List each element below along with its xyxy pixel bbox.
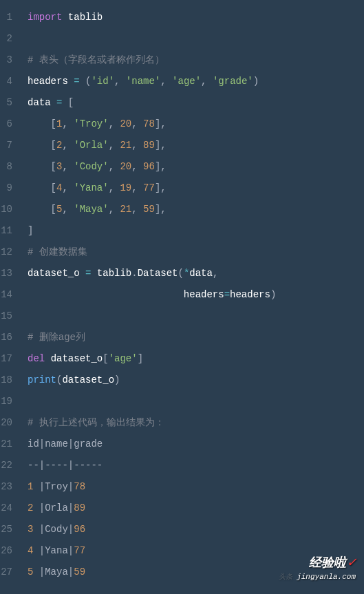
space: [33, 524, 39, 535]
bracket: ]: [28, 225, 33, 236]
line-number: 19: [0, 391, 17, 412]
comma: ,: [62, 118, 67, 129]
pipe: |: [39, 481, 45, 492]
comma: ,: [213, 268, 218, 279]
comma: ,: [131, 161, 137, 172]
comma: ,: [62, 182, 67, 193]
comma: ,: [131, 204, 137, 215]
code-line[interactable]: # 表头（字段名或者称作列名）: [28, 50, 364, 71]
pipe: |: [39, 524, 45, 535]
line-number: 2: [0, 28, 17, 50]
comma: ,: [109, 118, 114, 129]
code-line[interactable]: [28, 306, 364, 327]
number: 96: [143, 161, 155, 172]
code-line[interactable]: [3, 'Cody', 20, 96],: [28, 156, 364, 178]
identifier: dataset_o: [28, 268, 80, 279]
number: 19: [120, 182, 131, 193]
number: 89: [143, 140, 155, 151]
line-number: 10: [0, 199, 17, 220]
comment: # 创建数据集: [28, 246, 87, 257]
code-line[interactable]: [4, 'Yana', 19, 77],: [28, 178, 364, 199]
string: 'Cody': [74, 161, 108, 172]
comma: ,: [160, 182, 166, 193]
watermark-text: 经验啦: [309, 554, 346, 571]
output-header: grade: [74, 438, 103, 449]
module-name: tablib: [68, 12, 103, 23]
output-grade: 89: [74, 502, 85, 513]
code-line[interactable]: 2 |Orla|89: [28, 498, 364, 519]
string: 'name': [126, 76, 160, 87]
comma: ,: [160, 161, 166, 172]
bracket: [: [51, 161, 56, 172]
code-line[interactable]: import tablib: [28, 7, 364, 28]
operator-eq: =: [85, 268, 91, 279]
identifier: headers: [28, 76, 68, 87]
pipe: |: [39, 502, 45, 513]
comma: ,: [131, 182, 137, 193]
line-number: 24: [0, 498, 17, 519]
pipe: |: [68, 460, 74, 471]
bracket: [: [51, 140, 56, 151]
string: 'Yana': [74, 182, 108, 193]
number: 20: [120, 118, 131, 129]
comma: ,: [62, 204, 67, 215]
number: 21: [120, 140, 131, 151]
comment: # 表头（字段名或者称作列名）: [28, 54, 164, 65]
dash: -----: [74, 460, 103, 471]
code-line[interactable]: data = [: [28, 92, 364, 114]
code-line[interactable]: ]: [28, 220, 364, 242]
string: 'age': [109, 353, 138, 364]
builtin-print: print: [28, 374, 56, 385]
output-name: Yana: [45, 545, 68, 556]
code-line[interactable]: [2, 'Orla', 21, 89],: [28, 135, 364, 156]
watermark-logo: 经验啦 ✓: [309, 553, 356, 571]
code-line[interactable]: # 删除age列: [28, 327, 364, 348]
line-number: 5: [0, 92, 17, 114]
output-name: Orla: [45, 502, 68, 513]
code-line[interactable]: 1 |Troy|78: [28, 476, 364, 498]
code-line[interactable]: del dataset_o['age']: [28, 348, 364, 370]
code-line[interactable]: [28, 391, 364, 412]
line-number: 17: [0, 348, 17, 370]
identifier: dataset_o: [62, 374, 114, 385]
line-number: 16: [0, 327, 17, 348]
code-line[interactable]: [1, 'Troy', 20, 78],: [28, 114, 364, 135]
code-line[interactable]: print(dataset_o): [28, 370, 364, 391]
code-line[interactable]: # 创建数据集: [28, 242, 364, 263]
code-editor[interactable]: 1 2 3 4 5 6 7 8 9 10 11 12 13 14 15 16 1…: [0, 0, 364, 594]
comma: ,: [131, 118, 137, 129]
watermark-toutiao: 头条: [279, 573, 292, 581]
code-line[interactable]: headers=headers): [28, 284, 364, 306]
operator-eq: =: [56, 97, 62, 108]
space: [33, 545, 39, 556]
comma: ,: [160, 76, 166, 87]
code-line[interactable]: --|----|-----: [28, 455, 364, 476]
identifier: data: [28, 97, 51, 108]
output-grade: 59: [74, 566, 85, 577]
identifier: data: [189, 268, 213, 279]
comma: ,: [109, 182, 114, 193]
output-header: id: [28, 438, 39, 449]
code-line[interactable]: dataset_o = tablib.Dataset(*data,: [28, 263, 364, 284]
code-line[interactable]: [5, 'Maya', 21, 59],: [28, 199, 364, 220]
code-line[interactable]: # 执行上述代码，输出结果为：: [28, 412, 364, 434]
pipe: |: [68, 566, 74, 577]
bracket: [: [51, 118, 56, 129]
pipe: |: [39, 545, 45, 556]
code-line[interactable]: id|name|grade: [28, 434, 364, 455]
code-line[interactable]: 3 |Cody|96: [28, 519, 364, 540]
code-line[interactable]: headers = ('id', 'name', 'age', 'grade'): [28, 71, 364, 92]
output-header: name: [45, 438, 68, 449]
class-name: Dataset: [138, 268, 178, 279]
code-area[interactable]: import tablib # 表头（字段名或者称作列名） headers = …: [22, 0, 364, 594]
line-number: 14: [0, 284, 17, 306]
pipe: |: [68, 502, 74, 513]
number: 78: [143, 118, 155, 129]
comma: ,: [114, 76, 120, 87]
line-number: 20: [0, 412, 17, 434]
line-number: 21: [0, 434, 17, 455]
line-number: 23: [0, 476, 17, 498]
code-line[interactable]: [28, 28, 364, 50]
pipe: |: [39, 460, 45, 471]
comma: ,: [62, 140, 67, 151]
